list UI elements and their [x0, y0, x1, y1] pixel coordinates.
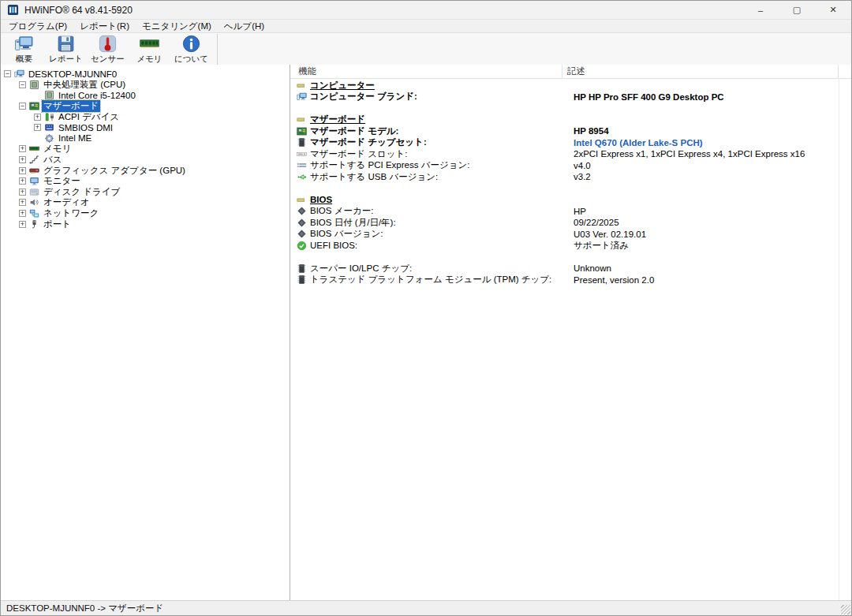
- summary-button[interactable]: 概要: [3, 34, 45, 65]
- detail-row-motherboard-chipset: マザーボード チップセット:Intel Q670 (Alder Lake-S P…: [290, 137, 851, 149]
- detail-label: マザーボード チップセット:: [310, 136, 427, 148]
- detail-row-bios-date: BIOS 日付 (月/日/年):09/22/2025: [290, 217, 851, 229]
- expand-icon[interactable]: +: [19, 199, 26, 206]
- tree-item-ports[interactable]: +ポート: [1, 218, 290, 230]
- tree-item-monitor[interactable]: +モニター: [1, 176, 290, 187]
- detail-row-usb-version: サポートする USB バージョン:v3.2: [290, 171, 851, 183]
- expand-icon[interactable]: +: [19, 221, 26, 228]
- tree-item-label[interactable]: Intel Core i5-12400: [57, 91, 137, 100]
- toolbar-button-label: レポート: [49, 54, 83, 65]
- tree-item-label[interactable]: DESKTOP-MJUNNF0: [27, 69, 118, 79]
- cpu-icon: [44, 90, 54, 100]
- column-header-feature[interactable]: 機能: [290, 65, 562, 78]
- tree-item-network[interactable]: +ネットワーク: [1, 208, 290, 219]
- close-icon: ✕: [829, 5, 836, 15]
- detail-row-pcie-version: サポートする PCI Express バージョン:v4.0: [290, 160, 851, 172]
- toolbar-button-label: メモリ: [136, 54, 162, 65]
- maximize-button[interactable]: ▢: [779, 1, 815, 19]
- detail-value: HP: [574, 206, 586, 218]
- collapse-icon[interactable]: −: [19, 103, 26, 110]
- close-button[interactable]: ✕: [815, 1, 851, 19]
- collapse-icon[interactable]: −: [4, 70, 11, 77]
- expand-icon[interactable]: +: [19, 167, 26, 174]
- tree-item-gpu[interactable]: +グラフィックス アダプター (GPU): [1, 165, 290, 176]
- tree-item-label[interactable]: ポート: [42, 218, 73, 230]
- menu-item-program[interactable]: プログラム(P): [2, 20, 73, 32]
- section-link-bios[interactable]: BIOS: [310, 195, 332, 204]
- device-tree: −DESKTOP-MJUNNF0−中央処理装置 (CPU)Intel Core …: [1, 65, 290, 600]
- detail-value-link[interactable]: Intel Q670 (Alder Lake-S PCH): [574, 137, 703, 149]
- expand-icon[interactable]: +: [34, 114, 41, 121]
- section-bar-icon: [297, 195, 307, 205]
- tree-item-intel-core-i5-12400[interactable]: Intel Core i5-12400: [1, 90, 290, 101]
- resize-grip[interactable]: [841, 605, 850, 614]
- about-button[interactable]: について: [170, 34, 212, 65]
- status-bar: DESKTOP-MJUNNF0 -> マザーボード: [1, 600, 851, 615]
- detail-value: サポート済み: [574, 240, 629, 252]
- tree-item-disk-drives[interactable]: +ディスク ドライブ: [1, 187, 290, 198]
- toolbar-button-label: センサー: [91, 54, 125, 65]
- bios-chip-icon: [297, 218, 307, 228]
- detail-value: Present, version 2.0: [574, 274, 654, 286]
- hwinfo-app-icon: [7, 4, 19, 16]
- report-button[interactable]: レポート: [45, 34, 87, 65]
- expand-icon[interactable]: +: [19, 189, 26, 196]
- computer-icon: [297, 91, 307, 102]
- tree-item-acpi-devices[interactable]: +ACPI デバイス: [1, 111, 290, 122]
- chip-icon: [297, 137, 307, 147]
- detail-value: 09/22/2025: [574, 217, 619, 229]
- tree-item-label[interactable]: 中央処理装置 (CPU): [42, 79, 127, 91]
- cpu-icon: [29, 80, 39, 90]
- tree-item-intel-me[interactable]: Intel ME: [1, 133, 290, 144]
- expand-icon[interactable]: +: [19, 145, 26, 152]
- section-bar-icon: [297, 114, 307, 125]
- acpi-battery-icon: [44, 112, 54, 122]
- expand-icon[interactable]: +: [19, 210, 26, 217]
- detail-label: BIOS メーカー:: [310, 205, 373, 217]
- memory-ram-icon: [29, 144, 39, 154]
- section-row-bios: BIOS: [290, 194, 851, 206]
- expand-icon[interactable]: +: [34, 124, 41, 131]
- menu-item-help[interactable]: ヘルプ(H): [218, 20, 271, 32]
- gear-icon: [44, 133, 54, 144]
- detail-value: v4.0: [574, 160, 591, 172]
- detail-value: HP HP Pro SFF 400 G9 Desktop PC: [574, 91, 724, 103]
- column-header-description[interactable]: 記述: [562, 65, 839, 78]
- tree-item-memory[interactable]: +メモリ: [1, 144, 290, 155]
- tree-item-label[interactable]: ACPI デバイス: [57, 111, 121, 123]
- section-row-computer: コンピューター: [290, 80, 851, 91]
- tree-item-audio[interactable]: +オーディオ: [1, 197, 290, 208]
- window-controls: – ▢ ✕: [742, 1, 851, 19]
- detail-value: U03 Ver. 02.19.01: [574, 229, 646, 241]
- detail-value: HP 8954: [574, 125, 609, 137]
- detail-label: トラステッド プラットフォーム モジュール (TPM) チップ:: [310, 274, 551, 286]
- tree-item-desktop-mjunnf0[interactable]: −DESKTOP-MJUNNF0: [1, 69, 290, 80]
- menu-item-monitoring[interactable]: モニタリング(M): [136, 20, 218, 32]
- detail-row-computer-brand: コンピューター ブランド:HP HP Pro SFF 400 G9 Deskto…: [290, 91, 851, 103]
- tree-item-label[interactable]: Intel ME: [57, 133, 93, 143]
- memory-button[interactable]: メモリ: [129, 34, 170, 65]
- motherboard-icon: [29, 101, 39, 111]
- section-link-computer[interactable]: コンピューター: [310, 80, 375, 91]
- gpu-card-icon: [29, 166, 39, 176]
- expand-icon[interactable]: +: [19, 156, 26, 163]
- column-header-filler: [839, 65, 851, 78]
- tree-item-smbios-dmi[interactable]: +SMBIOS DMI: [1, 122, 290, 133]
- section-link-motherboard[interactable]: マザーボード: [310, 114, 365, 125]
- menu-item-report[interactable]: レポート(R): [73, 20, 136, 32]
- minimize-button[interactable]: –: [742, 1, 779, 19]
- tree-item-label[interactable]: SMBIOS DMI: [57, 123, 114, 133]
- chip-icon: [297, 263, 307, 274]
- tree-item-motherboard[interactable]: −マザーボード: [1, 101, 290, 112]
- tree-item-cpu[interactable]: −中央処理装置 (CPU): [1, 80, 290, 91]
- detail-label: サポートする PCI Express バージョン:: [310, 159, 469, 171]
- detail-row-tpm-chip: トラステッド プラットフォーム モジュール (TPM) チップ:Present,…: [290, 274, 851, 286]
- detail-label: マザーボード スロット:: [310, 148, 408, 160]
- tree-item-bus[interactable]: +バス: [1, 155, 290, 166]
- chip-icon: [297, 274, 307, 285]
- sensors-button[interactable]: センサー: [87, 34, 129, 65]
- motherboard-icon: [297, 126, 307, 136]
- expand-icon[interactable]: +: [19, 177, 26, 185]
- detail-label: BIOS バージョン:: [310, 228, 383, 240]
- collapse-icon[interactable]: −: [19, 81, 26, 88]
